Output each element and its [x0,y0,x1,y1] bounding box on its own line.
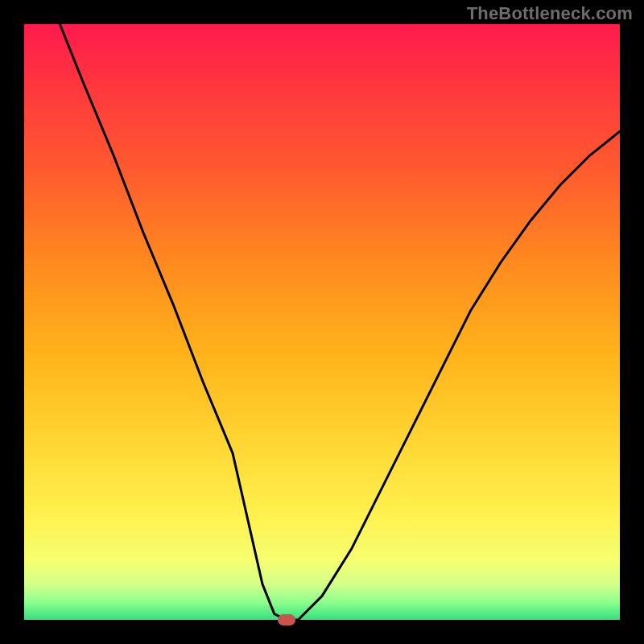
watermark-text: TheBottleneck.com [467,3,633,24]
optimum-marker [278,614,295,625]
chart-frame: TheBottleneck.com [0,0,644,644]
plot-area [24,24,620,620]
bottleneck-curve [24,24,620,620]
